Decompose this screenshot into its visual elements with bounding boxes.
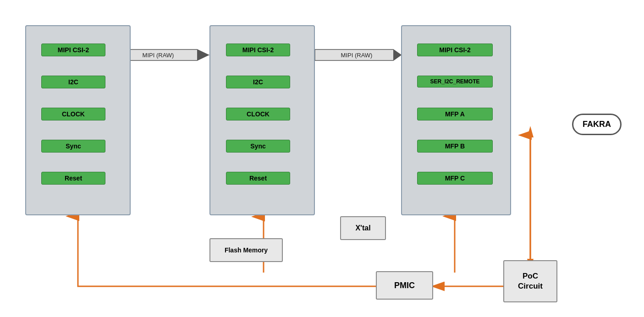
signal-mipi-csi2-b1: MIPI CSI-2: [41, 44, 105, 56]
signal-mfpa-b3: MFP A: [417, 108, 493, 120]
signal-reset-b2: Reset: [226, 172, 290, 185]
xtal-box: X'tal: [340, 216, 386, 240]
signal-mfpb-b3: MFP B: [417, 140, 493, 153]
flash-memory-box: Flash Memory: [209, 238, 283, 262]
signal-clock-b2: CLOCK: [226, 108, 290, 120]
poc-circuit-box: PoC Circuit: [503, 260, 557, 302]
diagram: MIPI (RAW) MIPI (RAW): [0, 0, 644, 317]
svg-marker-10: [393, 49, 401, 60]
pmic-box: PMIC: [376, 271, 433, 300]
signal-i2c-b2: I2C: [226, 76, 290, 88]
signal-sync-b1: Sync: [41, 140, 105, 153]
signal-mipi-csi2-b2: MIPI CSI-2: [226, 44, 290, 56]
svg-marker-16: [527, 126, 534, 137]
signal-ser-i2c-b3: SER_I2C_REMOTE: [417, 76, 493, 87]
svg-marker-5: [130, 49, 209, 60]
svg-marker-8: [315, 49, 401, 60]
signal-sync-b2: Sync: [226, 140, 290, 153]
signal-mfpc-b3: MFP C: [417, 172, 493, 185]
signal-i2c-b1: I2C: [41, 76, 105, 88]
svg-text:MIPI (RAW): MIPI (RAW): [143, 52, 174, 59]
signal-clock-b1: CLOCK: [41, 108, 105, 120]
svg-marker-7: [197, 49, 209, 60]
signal-mipi-csi2-b3: MIPI CSI-2: [417, 44, 493, 56]
signal-reset-b1: Reset: [41, 172, 105, 185]
svg-text:MIPI (RAW): MIPI (RAW): [341, 52, 373, 59]
fakra-box: FAKRA: [572, 114, 622, 135]
